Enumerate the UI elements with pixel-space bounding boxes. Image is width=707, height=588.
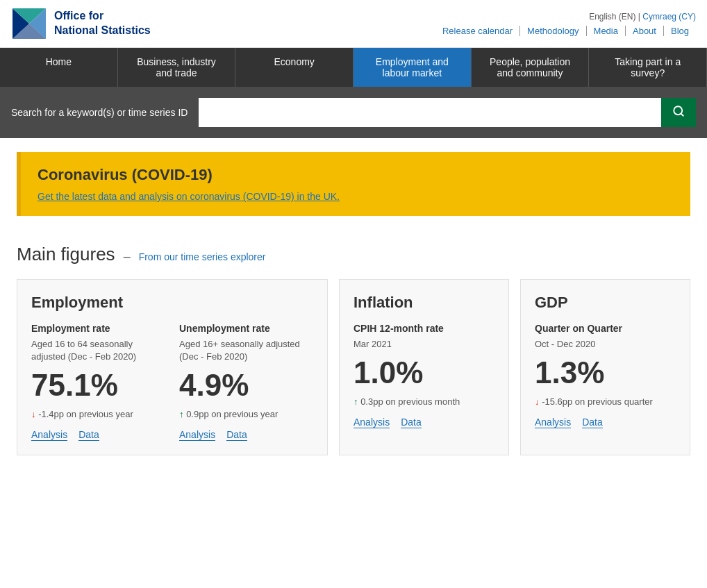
lang-welsh-link[interactable]: Cymraeg (CY) (642, 12, 696, 22)
unemployment-rate-section: Unemployment rate Aged 16+ seasonally ad… (179, 323, 313, 441)
covid-link[interactable]: Get the latest data and analysis on coro… (38, 191, 340, 202)
employment-rate-section: Employment rate Aged 16 to 64 seasonally… (31, 323, 165, 441)
nav-survey[interactable]: Taking part in a survey? (589, 48, 707, 87)
inflation-label: CPIH 12-month rate (354, 323, 494, 334)
nav-home[interactable]: Home (0, 48, 118, 87)
unemployment-rate-data-link[interactable]: Data (226, 429, 247, 441)
nav-employment[interactable]: Employment and labour market (354, 48, 472, 87)
inflation-analysis-link[interactable]: Analysis (354, 417, 390, 428)
top-right: English (EN) | Cymraeg (CY) Release cale… (435, 12, 696, 36)
nav-economy[interactable]: Economy (235, 48, 354, 87)
employment-rate-label: Employment rate (31, 323, 165, 334)
employment-card-title: Employment (31, 294, 313, 312)
covid-banner: Coronavirus (COVID-19) Get the latest da… (17, 152, 690, 216)
nav-business[interactable]: Business, industry and trade (118, 48, 236, 87)
nav-blog[interactable]: Blog (664, 26, 696, 36)
main-nav: Home Business, industry and trade Econom… (0, 48, 707, 87)
unemployment-rate-arrow: ↑ (179, 409, 184, 419)
nav-about[interactable]: About (626, 26, 664, 36)
nav-people[interactable]: People, population and community (472, 48, 590, 87)
employment-rate-sub: Aged 16 to 64 seasonally adjusted (Dec -… (31, 338, 165, 363)
gdp-value: 1.3% (535, 356, 676, 389)
gdp-analysis-link[interactable]: Analysis (535, 417, 571, 428)
nav-release-calendar[interactable]: Release calendar (435, 26, 520, 36)
inflation-data-link[interactable]: Data (401, 417, 422, 428)
inflation-value: 1.0% (354, 356, 494, 389)
gdp-sub: Oct - Dec 2020 (535, 338, 676, 351)
employment-rate-change: ↓ -1.4pp on previous year (31, 408, 165, 421)
gdp-card-title: GDP (535, 294, 676, 312)
unemployment-rate-analysis-link[interactable]: Analysis (179, 429, 215, 441)
employment-rate-analysis-link[interactable]: Analysis (31, 429, 67, 441)
gdp-label: Quarter on Quarter (535, 323, 676, 334)
employment-rate-change-text: -1.4pp on previous year (38, 409, 133, 419)
search-input-wrap (199, 98, 696, 127)
gdp-change: ↓ -15.6pp on previous quarter (535, 396, 676, 408)
unemployment-rate-change: ↑ 0.9pp on previous year (179, 408, 313, 421)
employment-rate-links: Analysis Data (31, 429, 165, 441)
inflation-arrow: ↑ (354, 396, 358, 407)
nav-media[interactable]: Media (587, 26, 626, 36)
unemployment-rate-value: 4.9% (179, 369, 313, 402)
employment-rate-arrow: ↓ (31, 409, 36, 419)
gdp-data-link[interactable]: Data (582, 417, 603, 428)
top-bar: Office for National Statistics English (… (0, 0, 707, 48)
unemployment-rate-sub: Aged 16+ seasonally adjusted (Dec - Feb … (179, 338, 313, 363)
covid-title: Coronavirus (COVID-19) (38, 166, 674, 184)
lang-english: English (EN) (589, 12, 635, 22)
inflation-sub: Mar 2021 (354, 338, 494, 351)
gdp-arrow: ↓ (535, 396, 540, 407)
employment-rate-data-link[interactable]: Data (78, 429, 99, 441)
search-icon (672, 105, 685, 117)
logo-text: Office for National Statistics (54, 9, 151, 38)
time-series-explorer-link[interactable]: From our time series explorer (139, 251, 266, 262)
unemployment-rate-label: Unemployment rate (179, 323, 313, 334)
inflation-links: Analysis Data (354, 417, 494, 428)
search-label: Search for a keyword(s) or time series I… (11, 107, 188, 118)
unemployment-rate-links: Analysis Data (179, 429, 313, 441)
search-button[interactable] (661, 98, 696, 127)
cards-row: Employment Employment rate Aged 16 to 64… (17, 279, 690, 455)
inflation-change-text: 0.3pp on previous month (360, 396, 460, 407)
employment-card: Employment Employment rate Aged 16 to 64… (17, 279, 328, 455)
inflation-section: CPIH 12-month rate Mar 2021 1.0% ↑ 0.3pp… (354, 323, 494, 428)
gdp-change-text: -15.6pp on previous quarter (542, 396, 653, 407)
main-figures-header: Main figures – From our time series expl… (17, 244, 690, 265)
employment-card-inner: Employment rate Aged 16 to 64 seasonally… (31, 323, 313, 441)
search-bar: Search for a keyword(s) or time series I… (0, 87, 707, 138)
gdp-section: Quarter on Quarter Oct - Dec 2020 1.3% ↓… (535, 323, 676, 428)
heading-divider: – (124, 249, 131, 264)
unemployment-rate-change-text: 0.9pp on previous year (186, 409, 278, 419)
gdp-links: Analysis Data (535, 417, 676, 428)
employment-rate-value: 75.1% (31, 369, 165, 402)
svg-line-6 (681, 113, 683, 115)
language-bar: English (EN) | Cymraeg (CY) (435, 12, 696, 22)
logo-area: Office for National Statistics (11, 6, 151, 42)
ons-logo-icon (11, 6, 47, 42)
inflation-card-title: Inflation (354, 294, 494, 312)
inflation-change: ↑ 0.3pp on previous month (354, 396, 494, 408)
gdp-card: GDP Quarter on Quarter Oct - Dec 2020 1.… (520, 279, 690, 455)
main-figures-heading: Main figures (17, 244, 115, 265)
main-content: Main figures – From our time series expl… (0, 230, 707, 469)
inflation-card: Inflation CPIH 12-month rate Mar 2021 1.… (339, 279, 509, 455)
search-input[interactable] (199, 98, 661, 127)
top-nav-links: Release calendar Methodology Media About… (435, 26, 696, 36)
nav-methodology[interactable]: Methodology (520, 26, 586, 36)
